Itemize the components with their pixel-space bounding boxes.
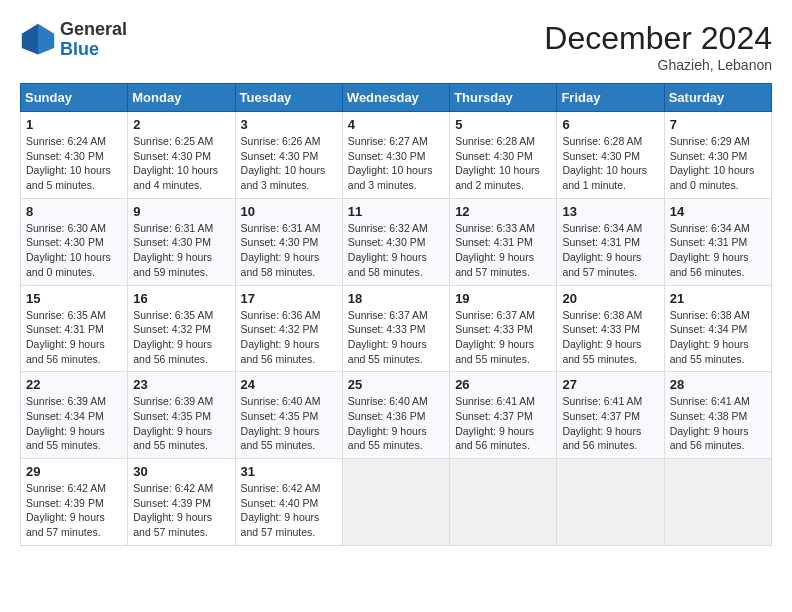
- day-number: 19: [455, 291, 551, 306]
- day-info: Sunrise: 6:33 AMSunset: 4:31 PMDaylight:…: [455, 221, 551, 280]
- calendar-cell: 1Sunrise: 6:24 AMSunset: 4:30 PMDaylight…: [21, 112, 128, 199]
- day-number: 13: [562, 204, 658, 219]
- calendar-cell: 3Sunrise: 6:26 AMSunset: 4:30 PMDaylight…: [235, 112, 342, 199]
- svg-marker-1: [38, 24, 54, 55]
- logo-general: General: [60, 20, 127, 40]
- calendar-cell: 5Sunrise: 6:28 AMSunset: 4:30 PMDaylight…: [450, 112, 557, 199]
- day-number: 20: [562, 291, 658, 306]
- day-info: Sunrise: 6:39 AMSunset: 4:35 PMDaylight:…: [133, 394, 229, 453]
- day-number: 12: [455, 204, 551, 219]
- day-number: 22: [26, 377, 122, 392]
- calendar-cell: 20Sunrise: 6:38 AMSunset: 4:33 PMDayligh…: [557, 285, 664, 372]
- day-number: 5: [455, 117, 551, 132]
- calendar-cell: 11Sunrise: 6:32 AMSunset: 4:30 PMDayligh…: [342, 198, 449, 285]
- calendar-cell: 19Sunrise: 6:37 AMSunset: 4:33 PMDayligh…: [450, 285, 557, 372]
- day-info: Sunrise: 6:35 AMSunset: 4:31 PMDaylight:…: [26, 308, 122, 367]
- day-info: Sunrise: 6:41 AMSunset: 4:37 PMDaylight:…: [562, 394, 658, 453]
- day-info: Sunrise: 6:32 AMSunset: 4:30 PMDaylight:…: [348, 221, 444, 280]
- day-number: 8: [26, 204, 122, 219]
- day-number: 2: [133, 117, 229, 132]
- day-info: Sunrise: 6:24 AMSunset: 4:30 PMDaylight:…: [26, 134, 122, 193]
- calendar-cell: 4Sunrise: 6:27 AMSunset: 4:30 PMDaylight…: [342, 112, 449, 199]
- calendar-week-row: 29Sunrise: 6:42 AMSunset: 4:39 PMDayligh…: [21, 459, 772, 546]
- day-info: Sunrise: 6:34 AMSunset: 4:31 PMDaylight:…: [562, 221, 658, 280]
- day-number: 24: [241, 377, 337, 392]
- calendar-week-row: 8Sunrise: 6:30 AMSunset: 4:30 PMDaylight…: [21, 198, 772, 285]
- day-info: Sunrise: 6:26 AMSunset: 4:30 PMDaylight:…: [241, 134, 337, 193]
- calendar-header-saturday: Saturday: [664, 84, 771, 112]
- day-number: 25: [348, 377, 444, 392]
- calendar-cell: 8Sunrise: 6:30 AMSunset: 4:30 PMDaylight…: [21, 198, 128, 285]
- calendar-cell: 14Sunrise: 6:34 AMSunset: 4:31 PMDayligh…: [664, 198, 771, 285]
- calendar-cell: 2Sunrise: 6:25 AMSunset: 4:30 PMDaylight…: [128, 112, 235, 199]
- day-info: Sunrise: 6:38 AMSunset: 4:34 PMDaylight:…: [670, 308, 766, 367]
- calendar-cell: [342, 459, 449, 546]
- day-number: 6: [562, 117, 658, 132]
- day-info: Sunrise: 6:41 AMSunset: 4:38 PMDaylight:…: [670, 394, 766, 453]
- day-number: 29: [26, 464, 122, 479]
- calendar-cell: 22Sunrise: 6:39 AMSunset: 4:34 PMDayligh…: [21, 372, 128, 459]
- day-info: Sunrise: 6:37 AMSunset: 4:33 PMDaylight:…: [348, 308, 444, 367]
- calendar-cell: [557, 459, 664, 546]
- day-info: Sunrise: 6:34 AMSunset: 4:31 PMDaylight:…: [670, 221, 766, 280]
- day-info: Sunrise: 6:28 AMSunset: 4:30 PMDaylight:…: [455, 134, 551, 193]
- day-number: 10: [241, 204, 337, 219]
- day-number: 30: [133, 464, 229, 479]
- calendar-cell: 7Sunrise: 6:29 AMSunset: 4:30 PMDaylight…: [664, 112, 771, 199]
- day-number: 18: [348, 291, 444, 306]
- day-number: 23: [133, 377, 229, 392]
- logo: General Blue: [20, 20, 127, 60]
- calendar-cell: 25Sunrise: 6:40 AMSunset: 4:36 PMDayligh…: [342, 372, 449, 459]
- day-number: 21: [670, 291, 766, 306]
- calendar-cell: 23Sunrise: 6:39 AMSunset: 4:35 PMDayligh…: [128, 372, 235, 459]
- day-info: Sunrise: 6:28 AMSunset: 4:30 PMDaylight:…: [562, 134, 658, 193]
- day-info: Sunrise: 6:38 AMSunset: 4:33 PMDaylight:…: [562, 308, 658, 367]
- calendar-week-row: 22Sunrise: 6:39 AMSunset: 4:34 PMDayligh…: [21, 372, 772, 459]
- day-info: Sunrise: 6:25 AMSunset: 4:30 PMDaylight:…: [133, 134, 229, 193]
- day-info: Sunrise: 6:27 AMSunset: 4:30 PMDaylight:…: [348, 134, 444, 193]
- day-info: Sunrise: 6:42 AMSunset: 4:40 PMDaylight:…: [241, 481, 337, 540]
- month-title: December 2024: [544, 20, 772, 57]
- calendar-cell: 31Sunrise: 6:42 AMSunset: 4:40 PMDayligh…: [235, 459, 342, 546]
- day-info: Sunrise: 6:29 AMSunset: 4:30 PMDaylight:…: [670, 134, 766, 193]
- day-number: 4: [348, 117, 444, 132]
- title-area: December 2024 Ghazieh, Lebanon: [544, 20, 772, 73]
- logo-text: General Blue: [60, 20, 127, 60]
- day-number: 16: [133, 291, 229, 306]
- day-number: 1: [26, 117, 122, 132]
- calendar-cell: [450, 459, 557, 546]
- calendar-header-tuesday: Tuesday: [235, 84, 342, 112]
- day-info: Sunrise: 6:35 AMSunset: 4:32 PMDaylight:…: [133, 308, 229, 367]
- logo-blue: Blue: [60, 40, 127, 60]
- calendar-cell: 9Sunrise: 6:31 AMSunset: 4:30 PMDaylight…: [128, 198, 235, 285]
- calendar-header-sunday: Sunday: [21, 84, 128, 112]
- day-info: Sunrise: 6:36 AMSunset: 4:32 PMDaylight:…: [241, 308, 337, 367]
- day-info: Sunrise: 6:39 AMSunset: 4:34 PMDaylight:…: [26, 394, 122, 453]
- calendar-cell: 16Sunrise: 6:35 AMSunset: 4:32 PMDayligh…: [128, 285, 235, 372]
- day-info: Sunrise: 6:42 AMSunset: 4:39 PMDaylight:…: [26, 481, 122, 540]
- day-info: Sunrise: 6:31 AMSunset: 4:30 PMDaylight:…: [133, 221, 229, 280]
- page-header: General Blue December 2024 Ghazieh, Leba…: [20, 20, 772, 73]
- calendar-cell: 24Sunrise: 6:40 AMSunset: 4:35 PMDayligh…: [235, 372, 342, 459]
- day-number: 26: [455, 377, 551, 392]
- calendar-header-monday: Monday: [128, 84, 235, 112]
- day-number: 15: [26, 291, 122, 306]
- day-info: Sunrise: 6:42 AMSunset: 4:39 PMDaylight:…: [133, 481, 229, 540]
- calendar-cell: 6Sunrise: 6:28 AMSunset: 4:30 PMDaylight…: [557, 112, 664, 199]
- calendar-week-row: 15Sunrise: 6:35 AMSunset: 4:31 PMDayligh…: [21, 285, 772, 372]
- calendar-cell: 26Sunrise: 6:41 AMSunset: 4:37 PMDayligh…: [450, 372, 557, 459]
- day-number: 9: [133, 204, 229, 219]
- day-info: Sunrise: 6:40 AMSunset: 4:36 PMDaylight:…: [348, 394, 444, 453]
- day-info: Sunrise: 6:41 AMSunset: 4:37 PMDaylight:…: [455, 394, 551, 453]
- calendar-table: SundayMondayTuesdayWednesdayThursdayFrid…: [20, 83, 772, 546]
- calendar-header-row: SundayMondayTuesdayWednesdayThursdayFrid…: [21, 84, 772, 112]
- calendar-cell: 13Sunrise: 6:34 AMSunset: 4:31 PMDayligh…: [557, 198, 664, 285]
- day-number: 14: [670, 204, 766, 219]
- day-number: 11: [348, 204, 444, 219]
- calendar-cell: 27Sunrise: 6:41 AMSunset: 4:37 PMDayligh…: [557, 372, 664, 459]
- day-info: Sunrise: 6:40 AMSunset: 4:35 PMDaylight:…: [241, 394, 337, 453]
- day-number: 7: [670, 117, 766, 132]
- svg-marker-2: [22, 24, 38, 55]
- calendar-cell: 21Sunrise: 6:38 AMSunset: 4:34 PMDayligh…: [664, 285, 771, 372]
- calendar-cell: 18Sunrise: 6:37 AMSunset: 4:33 PMDayligh…: [342, 285, 449, 372]
